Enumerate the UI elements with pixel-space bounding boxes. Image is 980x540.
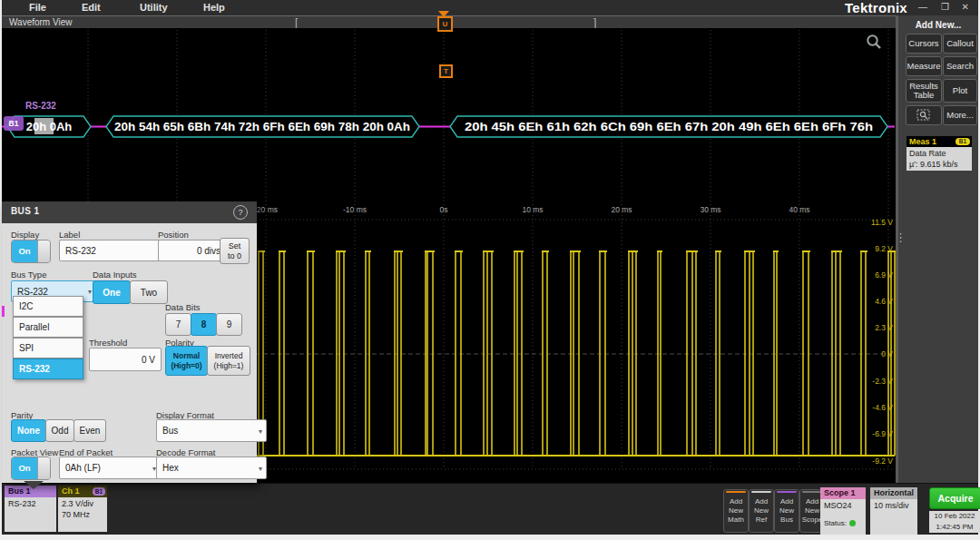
date-time-display[interactable]: 10 Feb 2022 1:42:45 PM xyxy=(929,511,980,533)
acquire-button[interactable]: Acquire xyxy=(929,487,980,509)
data-bits-8-button[interactable]: 8 xyxy=(191,313,217,336)
close-icon[interactable]: ✕ xyxy=(962,2,969,12)
button-label: More... xyxy=(946,111,974,120)
label-label: Label xyxy=(59,230,80,240)
bus-source-label: RS-232 xyxy=(25,101,56,111)
volt-tick-label: -9.2 V xyxy=(853,457,893,466)
data-bits-7-button[interactable]: 7 xyxy=(165,313,191,336)
meas-value: µ': 9.615 kb/s xyxy=(909,159,969,170)
threshold-input[interactable]: 0 V xyxy=(89,348,162,371)
panel-grip-icon[interactable]: ⋮ xyxy=(895,234,900,254)
date-label: 10 Feb 2022 xyxy=(929,511,980,522)
label-input[interactable]: RS-232 xyxy=(59,240,162,261)
add-new-title: Add New... xyxy=(898,20,978,30)
visual-search-button[interactable] xyxy=(906,105,942,125)
trigger-marker-u-icon[interactable]: U xyxy=(437,16,453,32)
horizontal-badge[interactable]: Horizontal 10 ms/div xyxy=(870,487,917,535)
data-inputs-two-button[interactable]: Two xyxy=(130,280,168,304)
bus1-channel-badge[interactable]: Bus 1 RS-232 xyxy=(5,486,56,532)
display-toggle[interactable]: On xyxy=(11,240,51,263)
bus-type-option-rs232[interactable]: RS-232 xyxy=(13,358,83,379)
chevron-down-icon: ▾ xyxy=(88,288,92,296)
time-label: 1:42:45 PM xyxy=(929,522,980,533)
parity-odd-button[interactable]: Odd xyxy=(45,419,74,442)
parity-even-button[interactable]: Even xyxy=(74,419,106,442)
volt-tick-label: 0 V xyxy=(853,349,893,358)
chevron-down-icon: ▾ xyxy=(259,464,262,472)
cursors-button[interactable]: Cursors xyxy=(906,34,942,54)
dialog-title: BUS 1 xyxy=(11,206,39,216)
badge-title: Scope 1 xyxy=(824,488,856,497)
bus-position-marker[interactable] xyxy=(2,306,5,317)
end-of-packet-dropdown[interactable]: 0Ah (LF) ▾ xyxy=(59,457,161,479)
status-ok-indicator xyxy=(849,520,856,526)
button-label: Two xyxy=(141,288,157,298)
position-input[interactable]: 0 divs xyxy=(158,240,227,261)
bus-decode-track: 20h 0Ah 20h 54h 65h 6Bh 74h 72h 6Fh 6Eh … xyxy=(2,100,896,145)
callout-button[interactable]: Callout xyxy=(943,34,977,54)
data-inputs-one-button[interactable]: One xyxy=(93,280,131,304)
more-button[interactable]: More... xyxy=(943,105,977,125)
plot-button[interactable]: Plot xyxy=(943,79,977,103)
time-tick-label: 40 ms xyxy=(779,205,819,214)
menu-bar: File Edit Utility Help Tektronix — ❐ ✕ xyxy=(2,0,978,15)
results-table-button[interactable]: ResultsTable xyxy=(906,79,942,103)
bus-packet-text: 20h 45h 6Eh 61h 62h 6Ch 69h 6Eh 67h 20h … xyxy=(465,120,873,133)
tab-waveform-view[interactable]: Waveform View xyxy=(9,17,72,27)
meas1-badge[interactable]: Meas 1 B1 Data Rate µ': 9.615 kb/s xyxy=(906,136,972,171)
chevron-down-icon: ▾ xyxy=(259,427,262,435)
decode-format-dropdown[interactable]: Hex ▾ xyxy=(156,457,267,479)
button-label: New xyxy=(779,506,794,515)
button-label: New xyxy=(754,506,769,515)
acquisition-bracket-left: [ xyxy=(295,16,298,29)
measure-button[interactable]: Measure xyxy=(906,56,942,76)
menu-utility[interactable]: Utility xyxy=(140,2,168,13)
oscilloscope-app: File Edit Utility Help Tektronix — ❐ ✕ W… xyxy=(2,0,978,534)
bus-b1-badge[interactable]: B1 xyxy=(4,116,24,131)
scope1-badge[interactable]: Scope 1 MSO24 Status: xyxy=(820,487,866,535)
polarity-inverted-button[interactable]: Inverted (High=1) xyxy=(207,346,250,376)
trigger-position-t-icon[interactable]: T xyxy=(439,64,453,78)
button-label: New xyxy=(729,506,743,515)
scope-color-stripe xyxy=(802,491,822,493)
visual-search-icon xyxy=(916,109,931,122)
button-label: New xyxy=(805,506,819,515)
add-new-ref-button[interactable]: Add New Ref xyxy=(749,489,774,533)
dialog-title-bar[interactable]: BUS 1 ? xyxy=(2,201,257,223)
bus-type-option-spi[interactable]: SPI xyxy=(13,338,83,358)
volt-tick-label: -2.3 V xyxy=(853,377,893,386)
button-label: Odd xyxy=(52,426,69,436)
add-new-math-button[interactable]: Add New Math xyxy=(723,489,749,533)
bus-type-option-i2c[interactable]: I2C xyxy=(13,296,83,317)
set-to-zero-button[interactable]: Set to 0 xyxy=(220,238,250,264)
restore-icon[interactable]: ❐ xyxy=(941,2,949,12)
zoom-icon[interactable] xyxy=(866,34,882,50)
ch1-channel-badge[interactable]: Ch 1 B1 2.3 V/div 70 MHz xyxy=(58,486,107,532)
badge-line: 10 ms/div xyxy=(874,501,909,510)
time-tick-label: -10 ms xyxy=(335,205,375,214)
dialog-anchor-pointer xyxy=(24,481,44,489)
search-button[interactable]: Search xyxy=(943,56,977,76)
button-label: Scope xyxy=(802,515,823,525)
time-tick-label: 0s xyxy=(424,205,464,214)
display-format-dropdown[interactable]: Bus ▾ xyxy=(156,419,267,442)
parity-none-button[interactable]: None xyxy=(11,419,46,442)
bus-type-option-parallel[interactable]: Parallel xyxy=(13,317,83,338)
menu-help[interactable]: Help xyxy=(203,2,225,13)
ref-color-stripe xyxy=(751,491,771,493)
menu-edit[interactable]: Edit xyxy=(82,2,101,13)
button-label: (High=0) xyxy=(171,361,201,371)
volt-tick-label: 11.5 V xyxy=(853,218,893,227)
bus-packet-text: 20h 0Ah xyxy=(26,120,73,133)
button-label: to 0 xyxy=(228,251,241,261)
polarity-normal-button[interactable]: Normal (High=0) xyxy=(165,346,208,376)
menu-file[interactable]: File xyxy=(29,2,46,13)
ch1-bus-pill: B1 xyxy=(93,487,105,496)
dropdown-value: Bus xyxy=(162,426,178,436)
packet-view-toggle[interactable]: On xyxy=(11,457,51,480)
data-bits-9-button[interactable]: 9 xyxy=(216,313,242,336)
toggle-on-label: On xyxy=(12,241,37,262)
minimize-icon[interactable]: — xyxy=(918,2,927,12)
add-new-bus-button[interactable]: Add New Bus xyxy=(774,489,799,533)
help-icon[interactable]: ? xyxy=(233,205,248,220)
